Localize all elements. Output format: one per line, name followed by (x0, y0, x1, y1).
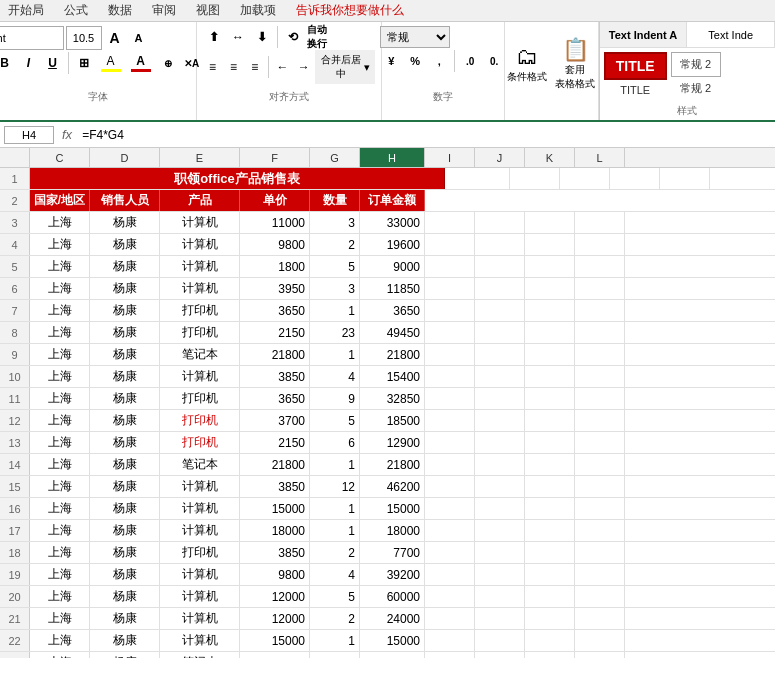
table-cell[interactable]: 上海 (30, 542, 90, 563)
table-cell[interactable]: 杨康 (90, 476, 160, 497)
table-cell[interactable]: 杨康 (90, 322, 160, 343)
table-cell[interactable]: 计算机 (160, 278, 240, 299)
table-cell[interactable]: 上海 (30, 410, 90, 431)
table-cell[interactable]: 23 (310, 322, 360, 343)
merge-center-button[interactable]: 合并后居中 ▾ (315, 50, 375, 84)
table-cell[interactable]: 上海 (30, 256, 90, 277)
italic-button[interactable]: I (18, 52, 40, 74)
decimal-decrease-button[interactable]: 0. (483, 50, 505, 72)
table-cell[interactable]: 6 (310, 432, 360, 453)
table-cell[interactable]: 18000 (360, 520, 425, 541)
table-cell[interactable]: 打印机 (160, 322, 240, 343)
table-cell[interactable]: 21800 (360, 344, 425, 365)
header-c[interactable]: 国家/地区 (30, 190, 90, 211)
style-tab-2[interactable]: Text Inde (687, 22, 775, 47)
table-cell[interactable]: 杨康 (90, 652, 160, 658)
table-cell[interactable]: 杨康 (90, 454, 160, 475)
menu-start[interactable]: 开始局 (4, 0, 48, 21)
col-header-g[interactable]: G (310, 148, 360, 167)
table-cell[interactable]: 杨康 (90, 212, 160, 233)
table-cell[interactable]: 3650 (240, 300, 310, 321)
menu-review[interactable]: 审阅 (148, 0, 180, 21)
table-cell[interactable]: 计算机 (160, 256, 240, 277)
fill-color-button[interactable]: A (97, 54, 125, 72)
table-cell[interactable]: 12 (310, 476, 360, 497)
table-cell[interactable]: 杨康 (90, 344, 160, 365)
table-cell[interactable]: 杨康 (90, 542, 160, 563)
table-cell[interactable]: 5 (310, 256, 360, 277)
style-title-cell[interactable]: TITLE (604, 52, 667, 80)
header-f[interactable]: 单价 (240, 190, 310, 211)
col-header-e[interactable]: E (160, 148, 240, 167)
table-cell[interactable]: 32850 (360, 388, 425, 409)
table-cell[interactable]: 计算机 (160, 212, 240, 233)
title-cell[interactable]: 职领office产品销售表 (30, 168, 445, 189)
table-cell[interactable]: 计算机 (160, 234, 240, 255)
table-cell[interactable]: 上海 (30, 234, 90, 255)
table-cell[interactable]: 21800 (240, 344, 310, 365)
table-cell[interactable]: 60000 (360, 586, 425, 607)
table-cell[interactable]: 15000 (360, 498, 425, 519)
table-cell[interactable]: 18000 (240, 520, 310, 541)
table-cell[interactable]: 杨康 (90, 630, 160, 651)
table-cell[interactable]: 笔记本 (160, 652, 240, 658)
table-cell[interactable]: 计算机 (160, 498, 240, 519)
table-cell[interactable]: 15000 (240, 498, 310, 519)
table-cell[interactable]: 12900 (360, 432, 425, 453)
table-cell[interactable]: 3950 (240, 278, 310, 299)
table-cell[interactable]: 上海 (30, 278, 90, 299)
table-cell[interactable]: 1 (310, 454, 360, 475)
table-cell[interactable]: 4 (310, 564, 360, 585)
table-cell[interactable]: 1 (310, 498, 360, 519)
formula-input[interactable]: =F4*G4 (80, 126, 771, 144)
table-cell[interactable]: 上海 (30, 322, 90, 343)
col-header-l[interactable]: L (575, 148, 625, 167)
table-cell[interactable]: 计算机 (160, 586, 240, 607)
table-cell[interactable]: 46200 (360, 476, 425, 497)
table-cell[interactable]: 上海 (30, 388, 90, 409)
table-cell[interactable]: 21800 (240, 454, 310, 475)
table-cell[interactable]: 35780 (240, 652, 310, 658)
menu-addins[interactable]: 加载项 (236, 0, 280, 21)
table-cell[interactable]: 杨康 (90, 278, 160, 299)
table-cell[interactable]: 1 (310, 520, 360, 541)
table-cell[interactable]: 上海 (30, 586, 90, 607)
align-center-button[interactable]: ≡ (224, 56, 243, 78)
table-cell[interactable]: 9800 (240, 564, 310, 585)
table-cell[interactable]: 杨康 (90, 520, 160, 541)
table-cell[interactable]: 24000 (360, 608, 425, 629)
table-cell[interactable]: 计算机 (160, 630, 240, 651)
table-cell[interactable]: 上海 (30, 300, 90, 321)
table-cell[interactable]: 计算机 (160, 476, 240, 497)
table-cell[interactable]: 12000 (240, 608, 310, 629)
table-cell[interactable]: 杨康 (90, 410, 160, 431)
table-cell[interactable]: 3700 (240, 410, 310, 431)
table-cell[interactable]: 39200 (360, 564, 425, 585)
col-header-k[interactable]: K (525, 148, 575, 167)
table-cell[interactable]: 打印机 (160, 410, 240, 431)
table-cell[interactable]: 上海 (30, 212, 90, 233)
table-cell[interactable]: 2150 (240, 432, 310, 453)
table-cell[interactable]: 上海 (30, 476, 90, 497)
table-cell[interactable]: 1800 (240, 256, 310, 277)
table-cell[interactable]: 杨康 (90, 498, 160, 519)
table-cell[interactable]: 12000 (240, 586, 310, 607)
table-cell[interactable]: 笔记本 (160, 454, 240, 475)
table-cell[interactable]: 2150 (240, 322, 310, 343)
table-cell[interactable]: 上海 (30, 564, 90, 585)
header-d[interactable]: 销售人员 (90, 190, 160, 211)
table-cell[interactable]: 7700 (360, 542, 425, 563)
font-size-increase-button[interactable]: A (104, 27, 126, 49)
border-button[interactable]: ⊞ (73, 52, 95, 74)
table-cell[interactable]: 杨康 (90, 234, 160, 255)
table-cell[interactable]: 上海 (30, 432, 90, 453)
table-cell[interactable]: 15400 (360, 366, 425, 387)
table-cell[interactable]: 4 (310, 366, 360, 387)
table-cell[interactable]: 3 (310, 278, 360, 299)
table-cell[interactable]: 5 (310, 586, 360, 607)
menu-search[interactable]: 告诉我你想要做什么 (292, 0, 408, 21)
table-cell[interactable]: 9000 (360, 256, 425, 277)
col-header-d[interactable]: D (90, 148, 160, 167)
table-cell[interactable]: 19600 (360, 234, 425, 255)
table-cell[interactable]: 18500 (360, 410, 425, 431)
